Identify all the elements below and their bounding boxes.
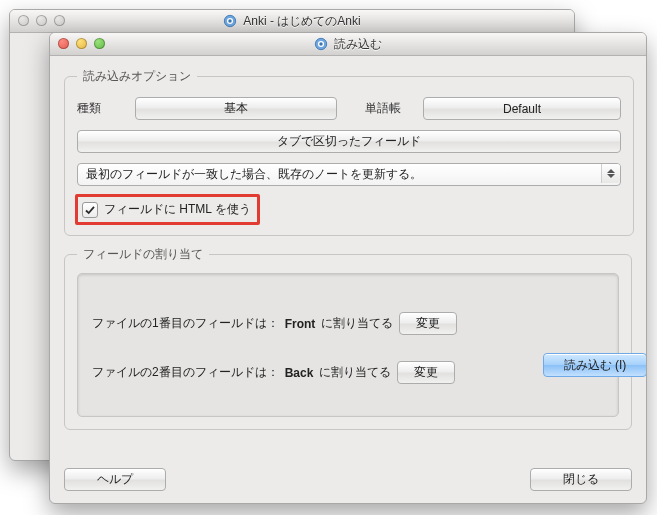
mapping-row-2-field: Back [285,366,314,380]
select-import-mode[interactable]: 最初のフィールドが一致した場合、既存のノートを更新する。 [77,163,621,186]
group-field-mapping: フィールドの割り当て ファイルの1番目のフィールドは： Front に割り当てる… [64,246,632,430]
button-help-text: ヘルプ [97,471,133,488]
chevron-down-icon [607,174,615,178]
chevron-up-icon [607,169,615,173]
button-close-text: 閉じる [563,471,599,488]
button-delimiter-text: タブで区切ったフィールド [277,133,421,150]
side-import-wrap: 読み込む (I) [543,353,647,377]
button-help[interactable]: ヘルプ [64,468,166,491]
button-change-2[interactable]: 変更 [397,361,455,384]
mapping-row-2-prefix: ファイルの2番目のフィールドは： [92,364,279,381]
button-import[interactable]: 読み込む (I) [543,353,647,377]
mapping-row-1-prefix: ファイルの1番目のフィールドは： [92,315,279,332]
mapping-row-1: ファイルの1番目のフィールドは： Front に割り当てる 変更 [92,312,604,335]
app-icon [314,37,328,51]
dialog-body: 読み込みオプション 種類 基本 単語帳 Default タブで区切ったフィールド [50,56,646,452]
window-title-main-text: Anki - はじめてのAnki [243,13,360,30]
window-title-import: 読み込む [50,36,646,53]
mapping-row-1-suffix: に割り当てる [321,315,393,332]
mapping-row-2: ファイルの2番目のフィールドは： Back に割り当てる 変更 [92,361,604,384]
stage: Anki - はじめてのAnki 読み込む 読み込みオプション [0,0,657,515]
traffic-lights-import [58,38,105,49]
group-import-options: 読み込みオプション 種類 基本 単語帳 Default タブで区切ったフィールド [64,68,634,236]
row-type-deck: 種類 基本 単語帳 Default [77,97,621,120]
mapping-row-2-suffix: に割り当てる [319,364,391,381]
window-title-main: Anki - はじめてのAnki [10,13,574,30]
label-deck: 単語帳 [365,100,413,117]
button-note-type[interactable]: 基本 [135,97,337,120]
button-change-2-text: 変更 [414,364,438,381]
button-delimiter[interactable]: タブで区切ったフィールド [77,130,621,153]
label-type: 種類 [77,100,125,117]
svg-point-5 [319,42,323,46]
highlight-allow-html: フィールドに HTML を使う [75,194,260,225]
traffic-lights-main [18,15,65,26]
window-title-import-text: 読み込む [334,36,382,53]
titlebar-main[interactable]: Anki - はじめてのAnki [10,10,574,33]
group-field-mapping-legend: フィールドの割り当て [77,246,209,263]
zoom-button[interactable] [94,38,105,49]
close-button[interactable] [58,38,69,49]
button-deck[interactable]: Default [423,97,621,120]
row-import-mode: 最初のフィールドが一致した場合、既存のノートを更新する。 [77,163,621,186]
zoom-button-disabled[interactable] [54,15,65,26]
close-button-disabled[interactable] [18,15,29,26]
row-allow-html: フィールドに HTML を使う [77,194,621,225]
row-delimiter: タブで区切ったフィールド [77,130,621,153]
select-spinner[interactable] [601,164,620,183]
mapping-row-1-field: Front [285,317,316,331]
button-import-text: 読み込む (I) [564,357,627,374]
button-change-1[interactable]: 変更 [399,312,457,335]
svg-point-2 [229,19,233,23]
button-deck-text: Default [503,102,541,116]
window-import: 読み込む 読み込みオプション 種類 基本 単語帳 Default [49,32,647,504]
checkbox-allow-html[interactable] [82,202,98,218]
app-icon [223,14,237,28]
mapping-area: ファイルの1番目のフィールドは： Front に割り当てる 変更 ファイルの2番… [77,273,619,417]
titlebar-import[interactable]: 読み込む [50,33,646,56]
minimize-button[interactable] [76,38,87,49]
minimize-button-disabled[interactable] [36,15,47,26]
button-change-1-text: 変更 [416,315,440,332]
dialog-footer: ヘルプ 閉じる [50,458,646,503]
button-note-type-text: 基本 [224,100,248,117]
checkbox-allow-html-label: フィールドに HTML を使う [104,201,251,218]
group-import-options-legend: 読み込みオプション [77,68,197,85]
button-close[interactable]: 閉じる [530,468,632,491]
select-import-mode-text: 最初のフィールドが一致した場合、既存のノートを更新する。 [86,166,422,183]
